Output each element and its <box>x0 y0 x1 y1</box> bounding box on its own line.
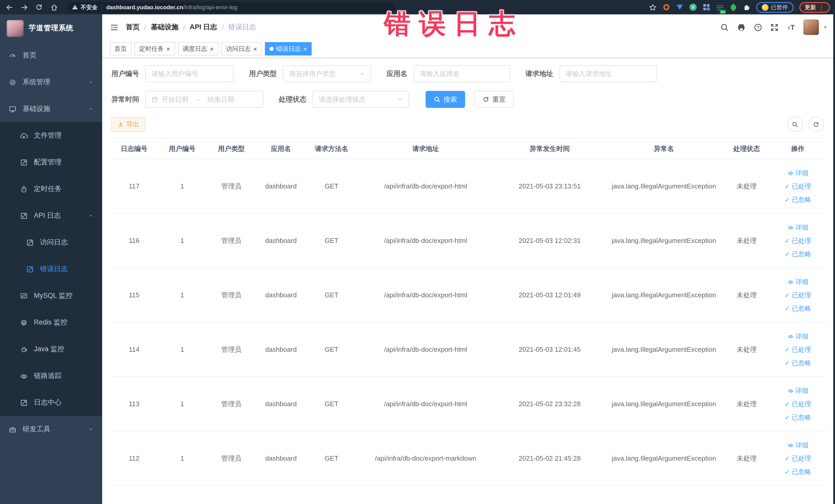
hamburger-icon[interactable] <box>110 23 119 32</box>
url-text: dashboard.yudao.iocoder.cn/infra/log/api… <box>106 4 237 10</box>
sidebar-item-5[interactable]: 定时任务 <box>0 176 102 202</box>
tab-4[interactable]: 错误日志× <box>265 42 312 56</box>
extension-vue-icon[interactable]: V <box>689 3 697 11</box>
cell-id: 112 <box>111 431 157 485</box>
op-link-0[interactable]: 详细 <box>770 384 826 397</box>
op-link-1[interactable]: ✓已处理 <box>770 451 826 465</box>
sidebar-item-7[interactable]: 访问日志 <box>0 229 102 256</box>
sidebar: 芋道管理系统 首页系统管理基础设施文件管理配置管理定时任务API 日志访问日志错… <box>0 14 102 504</box>
eye-icon <box>787 387 793 394</box>
extension-grid-icon[interactable] <box>702 3 710 11</box>
browser-menu-dots-icon[interactable]: ⋮ <box>819 4 824 11</box>
svg-text:T: T <box>790 24 795 31</box>
check-icon: ✓ <box>785 302 790 315</box>
sidebar-item-12[interactable]: 链路追踪 <box>0 363 102 389</box>
toggle-search-button[interactable] <box>787 117 803 132</box>
warning-icon <box>72 4 78 10</box>
extension-orange-icon[interactable] <box>663 3 670 11</box>
op-link-2[interactable]: ✓已忽略 <box>770 465 826 478</box>
search-icon[interactable] <box>720 23 729 32</box>
address-bar[interactable]: 不安全 dashboard.yudao.iocoder.cn/infra/log… <box>67 2 395 13</box>
column-header-1: 用户编号 <box>157 138 207 159</box>
export-button[interactable]: 导出 <box>111 117 145 132</box>
chevron-down-icon <box>88 427 94 432</box>
reload-icon[interactable] <box>35 3 43 11</box>
cell-url: /api/infra/db-doc/export-html <box>356 322 495 377</box>
extensions-puzzle-icon[interactable] <box>742 3 750 11</box>
font-size-icon[interactable]: TT <box>786 23 795 32</box>
tab-0[interactable]: 首页 <box>110 42 131 56</box>
help-icon[interactable]: ? <box>753 23 762 32</box>
user-avatar[interactable] <box>803 20 819 35</box>
cell-user_type: 管理员 <box>208 377 255 431</box>
op-link-2[interactable]: ✓已忽略 <box>770 247 826 261</box>
sidebar-item-4[interactable]: 配置管理 <box>0 149 102 176</box>
breadcrumb-infra[interactable]: 基础设施 <box>151 23 179 32</box>
op-label: 已忽略 <box>792 356 811 369</box>
reset-button[interactable]: 重置 <box>474 91 514 108</box>
breadcrumb-home[interactable]: 首页 <box>126 23 140 32</box>
op-link-2[interactable]: ✓已忽略 <box>770 193 826 206</box>
close-icon[interactable]: × <box>303 45 307 52</box>
op-link-2[interactable]: ✓已忽略 <box>770 302 826 315</box>
sidebar-item-3[interactable]: 文件管理 <box>0 122 102 149</box>
fullscreen-icon[interactable] <box>770 23 778 32</box>
back-icon[interactable] <box>5 3 13 11</box>
op-link-0[interactable]: 详细 <box>770 275 826 288</box>
op-link-1[interactable]: ✓已处理 <box>770 180 826 193</box>
sidebar-item-0[interactable]: 首页 <box>0 42 102 69</box>
tab-2[interactable]: 调度日志× <box>178 42 218 56</box>
op-link-2[interactable]: ✓已忽略 <box>770 410 826 424</box>
sidebar-item-8[interactable]: 错误日志 <box>0 256 102 282</box>
close-icon[interactable]: × <box>166 45 170 52</box>
breadcrumb-api-log[interactable]: API 日志 <box>190 23 217 32</box>
op-link-0[interactable]: 详细 <box>770 166 826 180</box>
sidebar-item-10[interactable]: Redis 监控 <box>0 309 102 336</box>
security-chip[interactable]: 不安全 <box>72 3 98 11</box>
extension-switch-icon[interactable]: on <box>716 3 724 11</box>
user-type-select[interactable]: 请选择用户类型 <box>283 65 371 82</box>
app-name-input[interactable]: 请输入应用名 <box>413 65 510 82</box>
forward-icon[interactable] <box>20 3 28 11</box>
op-link-0[interactable]: 详细 <box>770 438 826 451</box>
user-id-input[interactable]: 请输入用户编号 <box>145 65 233 82</box>
sidebar-item-13[interactable]: 日志中心 <box>0 389 102 416</box>
process-status-select[interactable]: 请选择处理状态 <box>313 91 409 108</box>
op-link-1[interactable]: ✓已处理 <box>770 288 826 302</box>
search-button[interactable]: 搜索 <box>426 91 465 108</box>
sidebar-item-2[interactable]: 基础设施 <box>0 96 102 122</box>
sidebar-item-6[interactable]: API 日志 <box>0 202 102 229</box>
op-label: 已忽略 <box>792 302 811 315</box>
tab-1[interactable]: 定时任务× <box>135 42 175 56</box>
home-icon[interactable] <box>50 3 58 11</box>
extension-shield-icon[interactable] <box>676 3 684 11</box>
sidebar-item-14[interactable]: 研发工具 <box>0 416 102 443</box>
close-icon[interactable]: × <box>210 45 213 52</box>
op-link-0[interactable]: 详细 <box>770 329 826 343</box>
sidebar-item-11[interactable]: Java 监控 <box>0 336 102 363</box>
request-url-input[interactable]: 请输入请求地址 <box>559 65 657 82</box>
bookmark-star-icon[interactable] <box>649 3 657 11</box>
cell-exception: java.lang.IllegalArgumentException <box>605 268 724 322</box>
sidebar-item-9[interactable]: MySQL 监控 <box>0 282 102 309</box>
op-link-1[interactable]: ✓已处理 <box>770 343 826 356</box>
page: 不安全 dashboard.yudao.iocoder.cn/infra/log… <box>0 0 835 504</box>
sidebar-logo[interactable]: 芋道管理系统 <box>0 14 102 42</box>
profile-paused-pill[interactable]: 已暂停 <box>756 2 793 13</box>
avatar-caret-icon[interactable]: ▼ <box>823 25 827 29</box>
breadcrumb-current: 错误日志 <box>228 23 256 32</box>
tab-3[interactable]: 访问日志× <box>221 42 262 56</box>
op-link-0[interactable]: 详细 <box>770 221 826 234</box>
github-icon[interactable] <box>736 23 746 32</box>
sidebar-item-1[interactable]: 系统管理 <box>0 69 102 96</box>
op-label: 已处理 <box>792 397 811 410</box>
date-range-input[interactable]: 开始日期 – 结束日期 <box>145 91 263 108</box>
op-link-1[interactable]: ✓已处理 <box>770 234 826 247</box>
table-row: 1141管理员dashboardGET/api/infra/db-doc/exp… <box>111 322 826 377</box>
update-button[interactable]: 更新 ⋮ <box>799 2 830 13</box>
close-icon[interactable]: × <box>253 45 257 52</box>
extension-leaf-icon[interactable] <box>729 3 737 11</box>
op-link-2[interactable]: ✓已忽略 <box>770 356 826 369</box>
op-link-1[interactable]: ✓已处理 <box>770 397 826 410</box>
refresh-table-button[interactable] <box>808 117 824 132</box>
